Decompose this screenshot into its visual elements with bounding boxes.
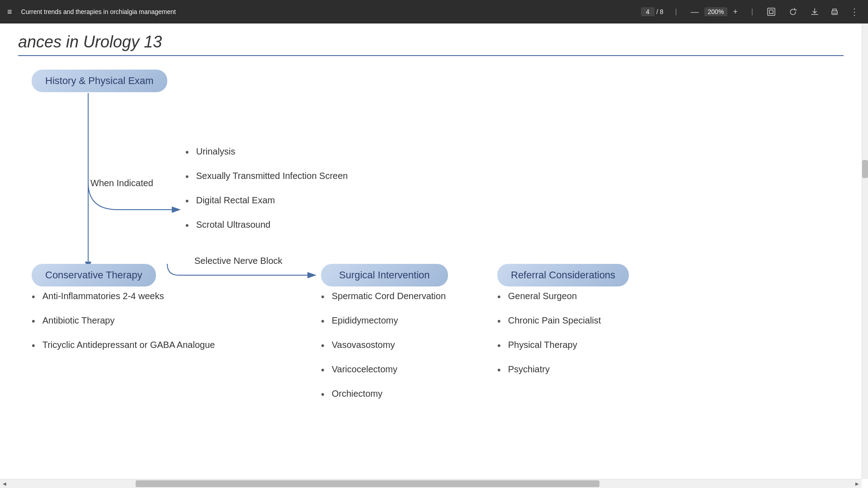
referral-box-label: Referral Considerations <box>511 269 615 281</box>
zoom-controls: — 200% + <box>689 5 740 19</box>
content-area: ances in Urology 13 <box>0 23 862 479</box>
svg-rect-1 <box>832 11 837 14</box>
list-item: Spermatic Cord Denervation <box>321 291 446 303</box>
zoom-value: 200% <box>704 7 728 16</box>
referral-items-list: General Surgeon Chronic Pain Specialist … <box>497 291 601 389</box>
page-display: / 8 <box>641 7 664 16</box>
toolbar: ≡ Current trends and therapies in orchia… <box>0 0 868 23</box>
page-separator: / <box>656 8 658 15</box>
list-item: Psychiatry <box>497 364 601 376</box>
page-total: 8 <box>660 8 664 15</box>
history-box: History & Physical Exam <box>32 70 167 92</box>
page-input[interactable] <box>641 7 655 16</box>
download-button[interactable] <box>808 5 821 18</box>
toolbar-right-actions: ⋮ <box>808 5 861 19</box>
scrollbar-track[interactable] <box>9 479 853 488</box>
history-box-label: History & Physical Exam <box>45 75 154 86</box>
list-item: Epididymectomy <box>321 315 446 327</box>
conservative-therapy-box: Conservative Therapy <box>32 264 156 286</box>
document-title: Current trends and therapies in orchialg… <box>21 8 632 15</box>
svg-rect-0 <box>768 8 775 15</box>
print-button[interactable] <box>828 5 841 18</box>
list-item: Digital Rectal Exam <box>185 195 348 207</box>
referral-considerations-box: Referral Considerations <box>497 264 629 286</box>
list-item: Orchiectomy <box>321 389 446 400</box>
bottom-scrollbar[interactable]: ◀ ▶ <box>0 479 862 488</box>
surgical-box-label: Surgical Intervention <box>339 269 430 281</box>
when-indicated-label: When Indicated <box>90 178 153 188</box>
page-header: ances in Urology 13 <box>18 33 844 52</box>
more-options-button[interactable]: ⋮ <box>848 5 861 19</box>
list-item: General Surgeon <box>497 291 601 303</box>
separator-1: | <box>675 8 677 16</box>
separator-2: | <box>751 8 753 16</box>
conservative-items-list: Anti-Inflammatories 2-4 weeks Antibiotic… <box>32 291 215 364</box>
flow-diagram: History & Physical Exam When Indicated U… <box>18 70 844 386</box>
right-scrollbar[interactable] <box>862 23 868 479</box>
surgical-items-list: Spermatic Cord Denervation Epididymectom… <box>321 291 446 413</box>
page-navigation: / 8 <box>641 7 664 16</box>
surgical-intervention-box: Surgical Intervention <box>321 264 448 286</box>
list-item: Physical Therapy <box>497 340 601 352</box>
header-divider <box>18 55 844 56</box>
scroll-left-arrow[interactable]: ◀ <box>0 479 9 488</box>
scrollbar-thumb[interactable] <box>136 480 599 487</box>
menu-icon[interactable]: ≡ <box>7 7 12 17</box>
conservative-box-label: Conservative Therapy <box>45 269 142 281</box>
rotate-button[interactable] <box>787 5 799 18</box>
list-item: Anti-Inflammatories 2-4 weeks <box>32 291 215 303</box>
list-item: Urinalysis <box>185 146 348 158</box>
right-scrollbar-thumb[interactable] <box>862 160 868 178</box>
list-item: Antibiotic Therapy <box>32 315 215 327</box>
indicated-items-list: Urinalysis Sexually Transmitted Infectio… <box>185 146 348 244</box>
fit-page-button[interactable] <box>765 5 778 18</box>
scroll-right-arrow[interactable]: ▶ <box>853 479 862 488</box>
list-item: Scrotal Ultrasound <box>185 220 348 231</box>
list-item: Vasovasostomy <box>321 340 446 352</box>
list-item: Tricyclic Antidepressant or GABA Analogu… <box>32 340 215 352</box>
list-item: Varicocelectomy <box>321 364 446 376</box>
zoom-out-button[interactable]: — <box>689 5 701 19</box>
nerve-block-label: Selective Nerve Block <box>194 256 283 266</box>
zoom-in-button[interactable]: + <box>731 5 740 19</box>
list-item: Sexually Transmitted Infection Screen <box>185 171 348 183</box>
list-item: Chronic Pain Specialist <box>497 315 601 327</box>
